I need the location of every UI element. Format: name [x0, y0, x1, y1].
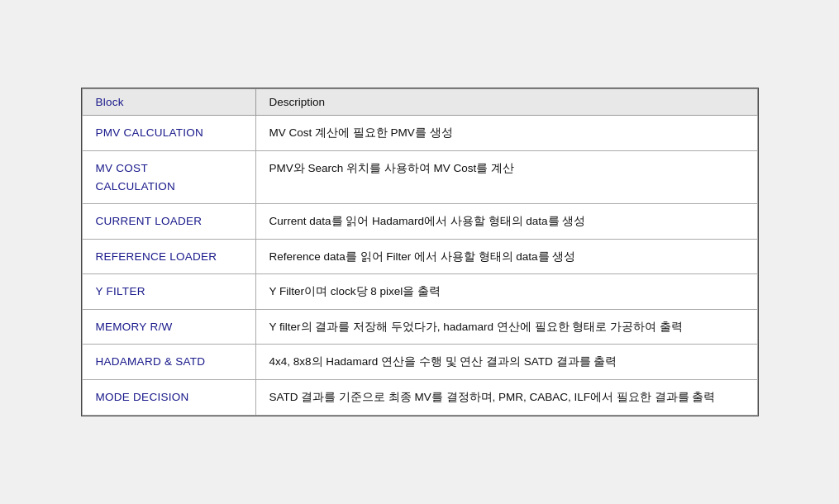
table-row: REFERENCE LOADERReference data를 읽어 Filte…	[82, 239, 757, 274]
header-description: Description	[255, 89, 757, 116]
header-block: Block	[82, 89, 255, 116]
cell-description: Current data를 읽어 Hadamard에서 사용할 형태의 data…	[255, 204, 757, 240]
table-row: MEMORY R/WY filter의 결과를 저장해 두었다가, hadama…	[82, 309, 757, 345]
cell-block: MODE DECISION	[82, 380, 255, 416]
cell-block: REFERENCE LOADER	[82, 239, 255, 274]
table-row: CURRENT LOADERCurrent data를 읽어 Hadamard에…	[82, 204, 757, 240]
block-description-table: Block Description PMV CALCULATIONMV Cost…	[82, 88, 758, 415]
table-row: MV COSTCALCULATIONPMV와 Search 위치를 사용하여 M…	[82, 150, 757, 203]
table-row: MODE DECISIONSATD 결과를 기준으로 최종 MV를 결정하며, …	[82, 380, 757, 416]
table-row: HADAMARD & SATD4x4, 8x8의 Hadamard 연산을 수행…	[82, 345, 757, 380]
cell-block: MEMORY R/W	[82, 309, 255, 345]
cell-description: PMV와 Search 위치를 사용하여 MV Cost를 계산	[255, 150, 757, 203]
cell-block: CURRENT LOADER	[82, 204, 255, 240]
cell-description: SATD 결과를 기준으로 최종 MV를 결정하며, PMR, CABAC, I…	[255, 380, 757, 416]
cell-description: Reference data를 읽어 Filter 에서 사용할 형태의 dat…	[255, 239, 757, 274]
cell-block: PMV CALCULATION	[82, 116, 255, 151]
cell-description: Y filter의 결과를 저장해 두었다가, hadamard 연산에 필요한…	[255, 309, 757, 345]
cell-block: HADAMARD & SATD	[82, 345, 255, 380]
table-header-row: Block Description	[82, 89, 757, 116]
table-row: Y FILTERY Filter이며 clock당 8 pixel을 출력	[82, 274, 757, 310]
cell-block: Y FILTER	[82, 274, 255, 310]
cell-block: MV COSTCALCULATION	[82, 150, 255, 203]
cell-description: MV Cost 계산에 필요한 PMV를 생성	[255, 116, 757, 151]
main-table-wrapper: Block Description PMV CALCULATIONMV Cost…	[81, 88, 759, 416]
cell-description: 4x4, 8x8의 Hadamard 연산을 수행 및 연산 결과의 SATD …	[255, 345, 757, 380]
table-row: PMV CALCULATIONMV Cost 계산에 필요한 PMV를 생성	[82, 116, 757, 151]
cell-description: Y Filter이며 clock당 8 pixel을 출력	[255, 274, 757, 310]
